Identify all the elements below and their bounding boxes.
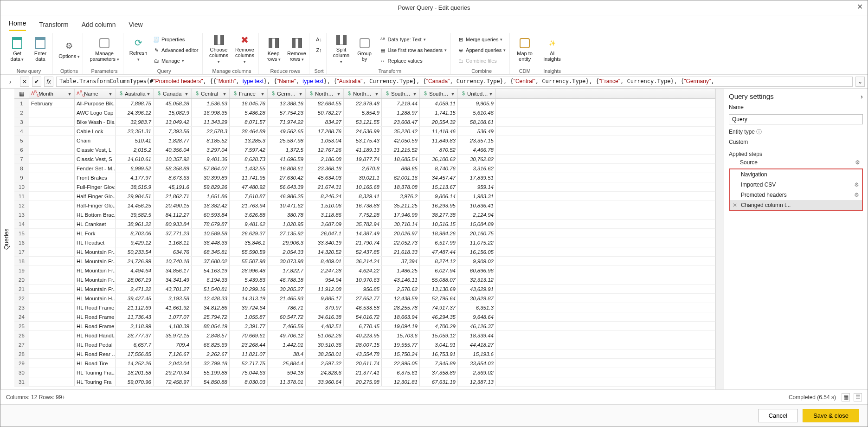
step-gear-icon[interactable]: ⚙ — [855, 159, 860, 166]
table-row[interactable]: 6Classic Vest, L2,015.240,356.043,297.04… — [14, 145, 715, 155]
first-row-headers-button[interactable]: ▤Use first row as headers — [378, 45, 449, 55]
column-header-month[interactable]: ABCMonth▾ — [29, 89, 75, 98]
sort-asc-button[interactable]: A↓ — [314, 34, 324, 45]
table-row[interactable]: 26HL Road Handl...28,777.3735,972.152,84… — [14, 331, 715, 340]
grid-body[interactable]: 1FebruaryAll-Purpose Bik...7,898.7545,05… — [14, 99, 715, 389]
formula-input[interactable]: Table.TransformColumnTypes(#"Promoted he… — [56, 77, 853, 87]
refresh-label: Refresh — [129, 50, 148, 62]
table-row[interactable]: 22HL Mountain H...39,427.453,193.5812,42… — [14, 294, 715, 303]
settings-expand-icon[interactable]: › — [861, 92, 863, 100]
formula-cancel-icon[interactable]: ✕ — [20, 77, 29, 87]
table-row[interactable]: 5Chain510.411,828.778,185.5213,285.325,5… — [14, 136, 715, 145]
step-delete-icon[interactable]: ✕ — [733, 202, 738, 208]
column-header-northwest[interactable]: $Northwest▾ — [344, 89, 382, 98]
column-header-germany[interactable]: $Germany▾ — [268, 89, 306, 98]
merge-queries-button[interactable]: ⊞Merge queries — [456, 34, 508, 45]
table-row[interactable]: 16HL Headset9,429.121,168.1136,448.3335,… — [14, 238, 715, 247]
queries-panel-tab[interactable]: Queries — [0, 89, 14, 389]
sort-desc-button[interactable]: Z↑ — [314, 45, 324, 55]
table-row[interactable]: 12Half-Finger Glo...14,456.2520,490.1518… — [14, 201, 715, 210]
column-header-name[interactable]: ABCName▾ — [75, 89, 116, 98]
table-row[interactable]: 21HL Mountain Fr...2,471.2243,701.2751,5… — [14, 285, 715, 294]
column-header-france[interactable]: $France▾ — [230, 89, 268, 98]
table-row[interactable]: 11Half-Finger Glo...29,984.5121,862.711,… — [14, 192, 715, 201]
formula-commit-icon[interactable]: ✔ — [32, 77, 41, 87]
table-row[interactable]: 8Fender Set - M...6,999.5258,358.8957,86… — [14, 164, 715, 173]
table-row[interactable]: 17HL Mountain Fr...50,233.54634.7668,345… — [14, 247, 715, 257]
table-row[interactable]: 18HL Mountain Fr...24,726.9910,740.1837,… — [14, 257, 715, 266]
column-header-central[interactable]: $Central▾ — [192, 89, 230, 98]
keep-rows-button[interactable]: Keep rows — [264, 33, 284, 65]
query-name-input[interactable] — [729, 114, 863, 124]
table-row[interactable]: 28HL Road Rear ...17,556.857,126.672,262… — [14, 349, 715, 359]
table-row[interactable]: 25HL Road Frame ...2,118.994,180.3988,05… — [14, 322, 715, 331]
column-header-southeast[interactable]: $Southeast▾ — [382, 89, 420, 98]
column-header-canada[interactable]: $Canada▾ — [154, 89, 192, 98]
table-menu-icon[interactable]: ▦ — [14, 89, 29, 98]
table-row[interactable]: 2AWC Logo Cap24,396.1215,082.916,998.355… — [14, 108, 715, 117]
table-row[interactable]: 3Bike Wash - Dis...32,983.713,049.4211,3… — [14, 117, 715, 127]
column-header-united-kingdom[interactable]: $United Kingdom▾ — [458, 89, 496, 98]
table-row[interactable]: 31HL Touring Fra59,070.9672,458.9754,850… — [14, 377, 715, 387]
column-header-northeast[interactable]: $Northeast▾ — [306, 89, 344, 98]
window-close-icon[interactable]: ✕ — [857, 2, 863, 11]
tab-home[interactable]: Home — [9, 19, 26, 31]
schema-view-icon[interactable]: ☰ — [854, 393, 862, 401]
append-icon: ⊕ — [457, 47, 464, 53]
choose-columns-button[interactable]: Choose columns — [207, 33, 231, 65]
ai-insights-button[interactable]: ✨ AI insights — [542, 33, 562, 65]
table-row[interactable]: 24HL Road Frame ...11,736.431,077.0725,7… — [14, 312, 715, 322]
queries-expand-icon[interactable]: › — [3, 78, 17, 85]
tab-view[interactable]: View — [129, 21, 143, 31]
vertical-scrollbar[interactable] — [715, 89, 724, 389]
get-data-button[interactable]: Get data — [7, 33, 27, 65]
data-type-button[interactable]: ᴬᴮData type: Text — [378, 34, 449, 45]
enter-data-button[interactable]: Enter data — [30, 33, 51, 65]
step-gear-icon[interactable]: ⚙ — [854, 192, 859, 198]
append-queries-button[interactable]: ⊕Append queries — [456, 45, 508, 55]
remove-rows-button[interactable]: Remove rows — [287, 33, 307, 65]
table-view-icon[interactable]: ▦ — [842, 393, 850, 401]
manage-query-button[interactable]: 🗂Manage — [151, 56, 200, 66]
split-column-button[interactable]: Split column — [331, 33, 352, 65]
applied-step[interactable]: Navigation — [730, 169, 862, 180]
applied-step[interactable]: ✕Changed column t... — [730, 200, 862, 210]
step-gear-icon[interactable]: ⚙ — [854, 181, 859, 188]
table-row[interactable]: 20HL Mountain Fr...28,067.1934,341.496,1… — [14, 275, 715, 285]
formula-bar: › ✕ ✔ fx Table.TransformColumnTypes(#"Pr… — [0, 75, 868, 89]
tab-transform[interactable]: Transform — [39, 21, 68, 31]
table-row[interactable]: 23HL Road Frame ...21,112.6941,661.9234,… — [14, 303, 715, 312]
table-row[interactable]: 13HL Bottom Brac...39,582.584,112.2760,5… — [14, 210, 715, 220]
properties-button[interactable]: 🧾Properties — [151, 34, 200, 45]
table-row[interactable]: 1FebruaryAll-Purpose Bik...7,898.7545,05… — [14, 99, 715, 108]
replace-values-button[interactable]: ↔Replace values — [378, 56, 449, 66]
tab-add-column[interactable]: Add column — [82, 21, 116, 31]
formula-expand-icon[interactable]: ⌄ — [855, 77, 865, 87]
advanced-editor-button[interactable]: ✎Advanced editor — [151, 45, 200, 55]
group-by-button[interactable]: Group by — [354, 33, 375, 65]
table-row[interactable]: 4Cable Lock23,351.317,393.5622,578.328,4… — [14, 127, 715, 136]
cancel-button[interactable]: Cancel — [758, 409, 798, 422]
info-icon[interactable]: ⓘ — [756, 129, 762, 135]
refresh-button[interactable]: ⟳ Refresh — [128, 33, 148, 65]
table-row[interactable]: 15HL Fork8,703.0637,771.2310,589.5826,62… — [14, 229, 715, 238]
table-row[interactable]: 19HL Mountain Fr...4,494.6434,856.1754,1… — [14, 266, 715, 275]
options-button[interactable]: ⚙ Options — [58, 33, 81, 65]
table-row[interactable]: 7Classic Vest, S14,610.6110,357.929,401.… — [14, 155, 715, 164]
table-row[interactable]: 27HL Road Pedal6,657.7709.466,825.6923,2… — [14, 340, 715, 349]
table-row[interactable]: 29HL Road Tire14,252.262,043.0432,799.18… — [14, 359, 715, 368]
column-header-australia[interactable]: $Australia▾ — [116, 89, 154, 98]
table-row[interactable]: 10Full-Finger Glov...38,515.945,191.659,… — [14, 182, 715, 192]
remove-columns-button[interactable]: ✖ Remove columns — [233, 33, 257, 65]
applied-step[interactable]: Source⚙ — [729, 157, 863, 168]
save-close-button[interactable]: Save & close — [803, 409, 859, 422]
map-to-entity-button[interactable]: Map to entity — [514, 33, 535, 65]
table-row[interactable]: 9Front Brakes4,177.978,673.6330,399.8911… — [14, 173, 715, 182]
formula-fx-icon[interactable]: fx — [44, 77, 53, 87]
table-row[interactable]: 14HL Crankset38,961.2280,933.8478,679.87… — [14, 220, 715, 229]
applied-step[interactable]: Promoted headers⚙ — [730, 190, 862, 200]
table-row[interactable]: 30HL Touring Fra...18,201.5829,270.3455,… — [14, 368, 715, 377]
column-header-southwest[interactable]: $Southwest▾ — [420, 89, 458, 98]
applied-step[interactable]: Imported CSV⚙ — [730, 180, 862, 190]
manage-parameters-button[interactable]: Manage parameters — [88, 33, 121, 65]
